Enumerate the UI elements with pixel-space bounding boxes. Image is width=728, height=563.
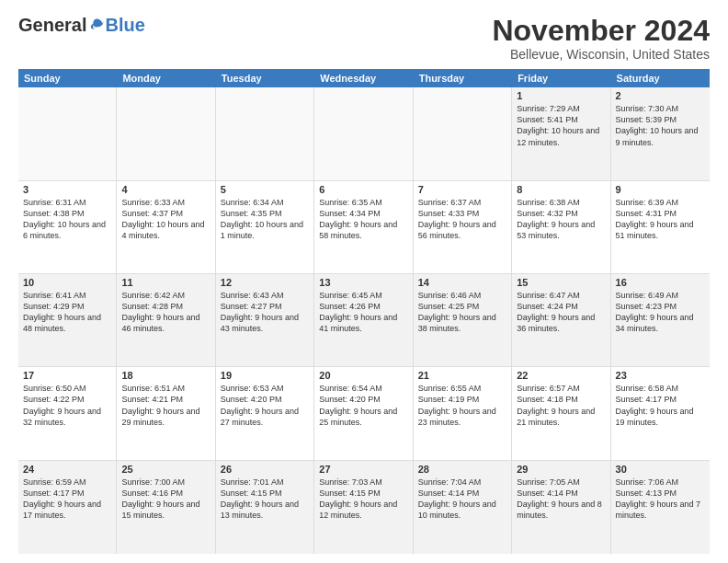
- logo-general: General: [18, 15, 86, 36]
- day-cell-2-2: 12Sunrise: 6:43 AM Sunset: 4:27 PM Dayli…: [216, 274, 314, 366]
- day-info-0-5: Sunrise: 7:29 AM Sunset: 5:41 PM Dayligh…: [517, 103, 605, 148]
- header-thursday: Thursday: [414, 69, 512, 87]
- calendar-header: Sunday Monday Tuesday Wednesday Thursday…: [18, 69, 710, 87]
- day-number-2-0: 10: [23, 277, 111, 288]
- day-number-4-1: 25: [121, 464, 210, 475]
- day-cell-4-4: 28Sunrise: 7:04 AM Sunset: 4:14 PM Dayli…: [414, 461, 512, 554]
- day-cell-0-0: [18, 87, 117, 179]
- day-number-3-1: 18: [121, 370, 210, 381]
- day-info-2-0: Sunrise: 6:41 AM Sunset: 4:29 PM Dayligh…: [23, 290, 111, 335]
- day-number-3-5: 22: [517, 370, 605, 381]
- day-info-1-2: Sunrise: 6:34 AM Sunset: 4:35 PM Dayligh…: [221, 197, 309, 242]
- day-info-2-4: Sunrise: 6:46 AM Sunset: 4:25 PM Dayligh…: [418, 290, 506, 335]
- day-cell-2-3: 13Sunrise: 6:45 AM Sunset: 4:26 PM Dayli…: [314, 274, 413, 366]
- week-row-4: 24Sunrise: 6:59 AM Sunset: 4:17 PM Dayli…: [18, 461, 710, 554]
- title-block: November 2024 Bellevue, Wisconsin, Unite…: [492, 15, 710, 62]
- day-cell-3-4: 21Sunrise: 6:55 AM Sunset: 4:19 PM Dayli…: [414, 367, 512, 459]
- day-number-2-2: 12: [221, 277, 309, 288]
- day-cell-1-1: 4Sunrise: 6:33 AM Sunset: 4:37 PM Daylig…: [117, 181, 215, 273]
- header: General Blue November 2024 Bellevue, Wis…: [18, 15, 710, 62]
- day-cell-0-4: [414, 87, 512, 179]
- location: Bellevue, Wisconsin, United States: [492, 47, 710, 62]
- week-row-2: 10Sunrise: 6:41 AM Sunset: 4:29 PM Dayli…: [18, 274, 710, 367]
- day-number-4-4: 28: [418, 464, 506, 475]
- day-cell-4-3: 27Sunrise: 7:03 AM Sunset: 4:15 PM Dayli…: [314, 461, 413, 554]
- day-number-1-5: 8: [517, 184, 605, 195]
- day-cell-0-6: 2Sunrise: 7:30 AM Sunset: 5:39 PM Daylig…: [611, 87, 710, 179]
- day-number-4-2: 26: [221, 464, 309, 475]
- day-number-4-0: 24: [23, 464, 111, 475]
- day-cell-1-3: 6Sunrise: 6:35 AM Sunset: 4:34 PM Daylig…: [314, 181, 413, 273]
- day-cell-1-6: 9Sunrise: 6:39 AM Sunset: 4:31 PM Daylig…: [611, 181, 710, 273]
- header-sunday: Sunday: [18, 69, 117, 87]
- day-cell-0-5: 1Sunrise: 7:29 AM Sunset: 5:41 PM Daylig…: [512, 87, 610, 179]
- day-info-3-2: Sunrise: 6:53 AM Sunset: 4:20 PM Dayligh…: [221, 383, 309, 428]
- day-info-3-3: Sunrise: 6:54 AM Sunset: 4:20 PM Dayligh…: [319, 383, 407, 428]
- day-cell-1-5: 8Sunrise: 6:38 AM Sunset: 4:32 PM Daylig…: [512, 181, 610, 273]
- day-info-2-2: Sunrise: 6:43 AM Sunset: 4:27 PM Dayligh…: [221, 290, 309, 335]
- day-number-4-3: 27: [319, 464, 407, 475]
- calendar: Sunday Monday Tuesday Wednesday Thursday…: [18, 69, 710, 554]
- logo: General Blue: [18, 15, 145, 36]
- day-cell-4-2: 26Sunrise: 7:01 AM Sunset: 4:15 PM Dayli…: [216, 461, 314, 554]
- day-number-1-2: 5: [221, 184, 309, 195]
- day-number-2-5: 15: [517, 277, 605, 288]
- day-cell-0-2: [216, 87, 314, 179]
- day-number-2-3: 13: [319, 277, 407, 288]
- day-cell-3-6: 23Sunrise: 6:58 AM Sunset: 4:17 PM Dayli…: [611, 367, 710, 459]
- day-info-1-1: Sunrise: 6:33 AM Sunset: 4:37 PM Dayligh…: [121, 197, 210, 242]
- month-title: November 2024: [492, 15, 710, 47]
- day-number-3-6: 23: [616, 370, 705, 381]
- day-info-4-2: Sunrise: 7:01 AM Sunset: 4:15 PM Dayligh…: [221, 477, 309, 522]
- day-info-4-0: Sunrise: 6:59 AM Sunset: 4:17 PM Dayligh…: [23, 477, 111, 522]
- day-cell-3-3: 20Sunrise: 6:54 AM Sunset: 4:20 PM Dayli…: [314, 367, 413, 459]
- day-number-3-2: 19: [221, 370, 309, 381]
- day-number-1-0: 3: [23, 184, 111, 195]
- day-info-3-1: Sunrise: 6:51 AM Sunset: 4:21 PM Dayligh…: [121, 383, 210, 428]
- day-info-0-6: Sunrise: 7:30 AM Sunset: 5:39 PM Dayligh…: [616, 103, 705, 148]
- logo-text: General Blue: [18, 15, 145, 36]
- day-info-2-6: Sunrise: 6:49 AM Sunset: 4:23 PM Dayligh…: [616, 290, 705, 335]
- day-cell-4-0: 24Sunrise: 6:59 AM Sunset: 4:17 PM Dayli…: [18, 461, 117, 554]
- day-cell-3-5: 22Sunrise: 6:57 AM Sunset: 4:18 PM Dayli…: [512, 367, 610, 459]
- calendar-body: 1Sunrise: 7:29 AM Sunset: 5:41 PM Daylig…: [18, 87, 710, 554]
- day-cell-3-2: 19Sunrise: 6:53 AM Sunset: 4:20 PM Dayli…: [216, 367, 314, 459]
- day-cell-2-1: 11Sunrise: 6:42 AM Sunset: 4:28 PM Dayli…: [117, 274, 215, 366]
- day-cell-4-6: 30Sunrise: 7:06 AM Sunset: 4:13 PM Dayli…: [611, 461, 710, 554]
- day-number-1-6: 9: [616, 184, 705, 195]
- day-info-4-6: Sunrise: 7:06 AM Sunset: 4:13 PM Dayligh…: [616, 477, 705, 522]
- week-row-1: 3Sunrise: 6:31 AM Sunset: 4:38 PM Daylig…: [18, 181, 710, 274]
- logo-blue: Blue: [105, 15, 144, 36]
- day-info-3-4: Sunrise: 6:55 AM Sunset: 4:19 PM Dayligh…: [418, 383, 506, 428]
- day-number-1-3: 6: [319, 184, 407, 195]
- day-info-3-6: Sunrise: 6:58 AM Sunset: 4:17 PM Dayligh…: [616, 383, 705, 428]
- day-number-2-4: 14: [418, 277, 506, 288]
- day-cell-2-6: 16Sunrise: 6:49 AM Sunset: 4:23 PM Dayli…: [611, 274, 710, 366]
- page: General Blue November 2024 Bellevue, Wis…: [0, 0, 728, 563]
- day-info-2-3: Sunrise: 6:45 AM Sunset: 4:26 PM Dayligh…: [319, 290, 407, 335]
- day-cell-0-3: [314, 87, 413, 179]
- day-info-1-3: Sunrise: 6:35 AM Sunset: 4:34 PM Dayligh…: [319, 197, 407, 242]
- day-info-1-0: Sunrise: 6:31 AM Sunset: 4:38 PM Dayligh…: [23, 197, 111, 242]
- day-number-1-4: 7: [418, 184, 506, 195]
- day-cell-4-1: 25Sunrise: 7:00 AM Sunset: 4:16 PM Dayli…: [117, 461, 215, 554]
- day-number-3-4: 21: [418, 370, 506, 381]
- day-number-2-6: 16: [616, 277, 705, 288]
- day-info-1-4: Sunrise: 6:37 AM Sunset: 4:33 PM Dayligh…: [418, 197, 506, 242]
- week-row-3: 17Sunrise: 6:50 AM Sunset: 4:22 PM Dayli…: [18, 367, 710, 460]
- day-info-4-3: Sunrise: 7:03 AM Sunset: 4:15 PM Dayligh…: [319, 477, 407, 522]
- week-row-0: 1Sunrise: 7:29 AM Sunset: 5:41 PM Daylig…: [18, 87, 710, 180]
- day-number-3-0: 17: [23, 370, 111, 381]
- day-info-3-5: Sunrise: 6:57 AM Sunset: 4:18 PM Dayligh…: [517, 383, 605, 428]
- day-cell-3-1: 18Sunrise: 6:51 AM Sunset: 4:21 PM Dayli…: [117, 367, 215, 459]
- day-cell-1-2: 5Sunrise: 6:34 AM Sunset: 4:35 PM Daylig…: [216, 181, 314, 273]
- day-info-4-4: Sunrise: 7:04 AM Sunset: 4:14 PM Dayligh…: [418, 477, 506, 522]
- day-cell-1-4: 7Sunrise: 6:37 AM Sunset: 4:33 PM Daylig…: [414, 181, 512, 273]
- day-info-2-5: Sunrise: 6:47 AM Sunset: 4:24 PM Dayligh…: [517, 290, 605, 335]
- day-cell-2-0: 10Sunrise: 6:41 AM Sunset: 4:29 PM Dayli…: [18, 274, 117, 366]
- day-number-3-3: 20: [319, 370, 407, 381]
- day-number-1-1: 4: [121, 184, 210, 195]
- day-cell-4-5: 29Sunrise: 7:05 AM Sunset: 4:14 PM Dayli…: [512, 461, 610, 554]
- day-number-4-6: 30: [616, 464, 705, 475]
- day-info-2-1: Sunrise: 6:42 AM Sunset: 4:28 PM Dayligh…: [121, 290, 210, 335]
